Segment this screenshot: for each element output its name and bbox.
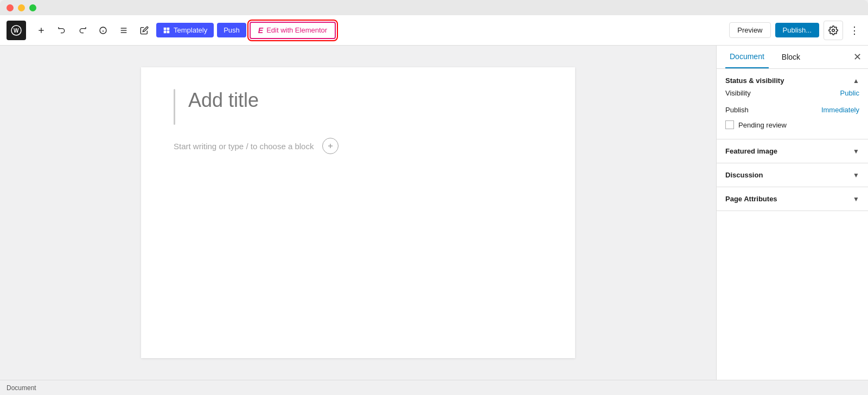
sidebar-tabs: Document Block ✕ [717,46,868,69]
undo-btn[interactable] [53,22,71,39]
content-area: Start writing or type / to choose a bloc… [174,138,542,154]
status-bar-text: Document [7,384,36,392]
svg-rect-12 [164,30,167,33]
publish-value[interactable]: Immediately [821,106,859,114]
discussion-title: Discussion [725,171,763,179]
featured-image-chevron: ▼ [853,148,859,155]
more-options-button[interactable]: ⋮ [847,22,861,39]
content-placeholder-text: Start writing or type / to choose a bloc… [174,142,314,151]
status-bar: Document [0,380,868,395]
traffic-light-red[interactable] [7,4,14,11]
svg-rect-11 [167,27,170,30]
visibility-row: Visibility Public [725,85,859,101]
toolbar-right: Preview Publish... ⋮ [729,21,861,40]
list-view-btn[interactable] [115,22,132,39]
svg-rect-13 [167,30,170,33]
status-visibility-title: Status & visibility [725,77,784,85]
edit-btn[interactable] [136,22,153,39]
discussion-header[interactable]: Discussion ▼ [725,171,859,179]
wp-logo[interactable]: W [7,21,26,40]
page-attributes-chevron: ▼ [853,195,859,203]
pending-review-label: Pending review [738,121,787,129]
preview-button[interactable]: Preview [729,22,770,38]
publish-button[interactable]: Publish... [775,23,819,37]
svg-rect-10 [164,27,167,30]
toolbar-left: W [7,21,725,40]
tab-block[interactable]: Block [777,46,805,68]
add-block-toolbar-btn[interactable] [33,22,50,39]
redo-btn[interactable] [74,22,91,39]
svg-point-14 [832,29,835,31]
status-visibility-section: Status & visibility ▲ Visibility Public … [717,69,868,139]
page-attributes-section: Page Attributes ▼ [717,187,868,211]
svg-text:W: W [14,28,19,34]
discussion-section: Discussion ▼ [717,163,868,187]
sidebar: Document Block ✕ Status & visibility ▲ V… [716,46,868,380]
info-btn[interactable] [94,22,112,39]
page-attributes-title: Page Attributes [725,195,777,203]
visibility-label: Visibility [725,89,751,97]
add-block-inline-button[interactable] [322,138,339,154]
push-button[interactable]: Push [217,23,246,37]
editor-canvas: Start writing or type / to choose a bloc… [141,67,575,358]
discussion-chevron: ▼ [853,171,859,179]
status-visibility-header[interactable]: Status & visibility ▲ [725,77,859,85]
traffic-light-yellow[interactable] [18,4,25,11]
publish-label: Publish [725,106,749,114]
editor-main: Start writing or type / to choose a bloc… [0,46,716,380]
tab-document[interactable]: Document [725,46,769,68]
publish-row: Publish Immediately [725,101,859,118]
pending-review-checkbox[interactable] [725,120,734,129]
traffic-light-green[interactable] [29,4,36,11]
post-title-input[interactable] [182,89,542,112]
page-attributes-header[interactable]: Page Attributes ▼ [725,195,859,203]
status-visibility-chevron: ▲ [853,77,859,85]
visibility-value[interactable]: Public [840,89,859,97]
edit-with-elementor-button[interactable]: E Edit with Elementor [250,22,336,39]
settings-button[interactable] [824,21,843,40]
templately-button[interactable]: Templately [156,23,214,37]
elementor-icon: E [258,26,263,35]
featured-image-section: Featured image ▼ [717,139,868,163]
toolbar: W [0,15,868,46]
featured-image-header[interactable]: Featured image ▼ [725,147,859,155]
featured-image-title: Featured image [725,147,777,155]
sidebar-close-button[interactable]: ✕ [853,51,861,63]
editor-body: Start writing or type / to choose a bloc… [0,46,868,380]
pending-review-row: Pending review [725,118,859,131]
